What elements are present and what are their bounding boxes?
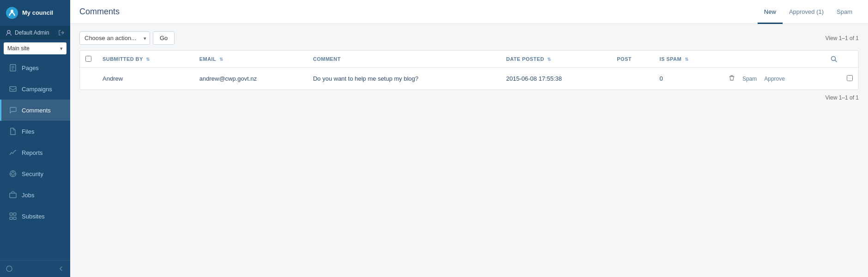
trash-icon — [729, 75, 735, 81]
site-selector[interactable]: Main site — [4, 42, 66, 54]
sort-email-icon: ⇅ — [219, 57, 223, 62]
sidebar-footer — [0, 260, 70, 277]
sidebar-item-files[interactable]: Files — [0, 121, 70, 142]
cell-comment: Do you want to help me setup my blog? — [307, 68, 500, 90]
col-header-submitted-by[interactable]: SUBMITTED BY ⇅ — [97, 51, 194, 68]
select-all-checkbox[interactable] — [85, 56, 91, 62]
cell-post — [611, 68, 654, 90]
page-header: Comments New Approved (1) Spam — [70, 0, 868, 24]
action-select[interactable]: Choose an action... Delete — [79, 31, 150, 45]
cell-date-posted: 2015-06-08 17:55:38 — [500, 68, 611, 90]
sidebar-item-pages[interactable]: Pages — [0, 57, 70, 78]
sidebar-label-comments: Comments — [22, 107, 51, 114]
comments-icon — [9, 106, 17, 114]
user-bar: Default Admin — [0, 26, 70, 40]
user-name: Default Admin — [15, 29, 49, 36]
sidebar-item-subsites[interactable]: Subsites — [0, 206, 70, 227]
cell-actions: Spam Approve — [720, 68, 841, 90]
pages-icon — [9, 64, 17, 72]
sidebar-item-jobs[interactable]: Jobs — [0, 184, 70, 206]
col-header-comment: COMMENT — [307, 51, 500, 68]
page-title: Comments — [79, 7, 120, 17]
sidebar-label-pages: Pages — [22, 65, 39, 71]
svg-point-2 — [7, 30, 10, 33]
svg-rect-17 — [10, 217, 12, 219]
sort-spam-icon: ⇅ — [685, 57, 688, 62]
content-body: Choose an action... Delete Go View 1–1 o… — [70, 24, 868, 277]
svg-rect-15 — [10, 213, 12, 215]
row-checkbox[interactable] — [847, 75, 853, 81]
tab-approved[interactable]: Approved (1) — [783, 0, 830, 24]
sidebar-label-files: Files — [22, 128, 34, 135]
sidebar-label-jobs: Jobs — [22, 192, 34, 199]
cell-email: andrew@cwp.govt.nz — [194, 68, 307, 90]
delete-button[interactable] — [726, 73, 738, 84]
go-button[interactable]: Go — [153, 31, 175, 45]
sidebar-nav: Pages Campaigns Comments Files — [0, 57, 70, 260]
svg-line-21 — [835, 60, 837, 62]
logo-text: My council — [22, 9, 53, 17]
cell-is-spam: 0 — [654, 68, 720, 90]
svg-point-1 — [11, 10, 13, 12]
toolbar-row: Choose an action... Delete Go View 1–1 o… — [79, 31, 859, 45]
tab-new[interactable]: New — [758, 0, 783, 24]
user-icon — [6, 29, 12, 36]
comments-table-wrap: SUBMITTED BY ⇅ EMAIL ⇅ COMMENT DATE POST… — [79, 50, 859, 90]
view-count-top: View 1–1 of 1 — [826, 35, 859, 41]
action-select-wrap[interactable]: Choose an action... Delete — [79, 31, 150, 45]
spam-button[interactable]: Spam — [740, 74, 760, 83]
svg-rect-16 — [13, 213, 16, 215]
circle-icon — [6, 265, 13, 272]
view-count-bottom: View 1–1 of 1 — [826, 94, 859, 101]
actions-cell: Spam Approve — [726, 73, 836, 84]
reports-icon — [9, 148, 17, 157]
logo-icon — [6, 6, 18, 19]
col-header-checkbox — [80, 51, 97, 68]
row-select-checkbox-cell — [841, 68, 858, 90]
sort-submitted-by-icon: ⇅ — [146, 57, 150, 62]
svg-rect-14 — [10, 193, 16, 198]
col-header-email[interactable]: EMAIL ⇅ — [194, 51, 307, 68]
table-row: Andrew andrew@cwp.govt.nz Do you want to… — [80, 68, 858, 90]
jobs-icon — [9, 191, 17, 199]
toolbar-left: Choose an action... Delete Go — [79, 31, 175, 45]
logout-icon[interactable] — [58, 29, 65, 36]
sidebar-label-security: Security — [22, 171, 43, 177]
col-header-post: POST — [611, 51, 654, 68]
site-selector-wrap[interactable]: Main site — [4, 42, 66, 54]
svg-rect-7 — [10, 87, 16, 91]
campaigns-icon — [9, 85, 17, 93]
svg-rect-18 — [13, 217, 16, 219]
user-info: Default Admin — [6, 29, 49, 36]
sidebar-item-security[interactable]: Security — [0, 163, 70, 184]
sort-date-icon: ⇅ — [547, 57, 551, 62]
svg-point-19 — [6, 266, 12, 271]
col-header-actions — [720, 51, 841, 68]
security-icon — [9, 170, 17, 178]
col-header-row-checkbox — [841, 51, 858, 68]
approve-button[interactable]: Approve — [761, 74, 788, 83]
table-header-row: SUBMITTED BY ⇅ EMAIL ⇅ COMMENT DATE POST… — [80, 51, 858, 68]
col-header-is-spam[interactable]: IS SPAM ⇅ — [654, 51, 720, 68]
files-icon — [9, 127, 17, 136]
main-content: Comments New Approved (1) Spam Choose an… — [70, 0, 868, 277]
cell-submitted-by: Andrew — [97, 68, 194, 90]
sidebar-item-comments[interactable]: Comments — [0, 100, 70, 121]
subsites-icon — [9, 212, 17, 220]
sidebar: My council Default Admin Main site Pa — [0, 0, 70, 277]
tab-spam[interactable]: Spam — [830, 0, 859, 24]
footer-row: View 1–1 of 1 — [79, 94, 859, 101]
sidebar-label-reports: Reports — [22, 149, 43, 156]
sidebar-label-subsites: Subsites — [22, 213, 45, 220]
col-header-date-posted[interactable]: DATE POSTED ⇅ — [500, 51, 611, 68]
sidebar-item-campaigns[interactable]: Campaigns — [0, 78, 70, 100]
header-tabs: New Approved (1) Spam — [758, 0, 859, 24]
sidebar-item-reports[interactable]: Reports — [0, 142, 70, 163]
comments-table: SUBMITTED BY ⇅ EMAIL ⇅ COMMENT DATE POST… — [80, 51, 858, 89]
collapse-icon[interactable] — [57, 265, 65, 272]
row-checkbox-cell — [80, 68, 97, 90]
sidebar-label-campaigns: Campaigns — [22, 86, 52, 93]
svg-point-9 — [12, 172, 14, 175]
search-icon[interactable] — [830, 55, 838, 63]
sidebar-logo: My council — [0, 0, 70, 26]
